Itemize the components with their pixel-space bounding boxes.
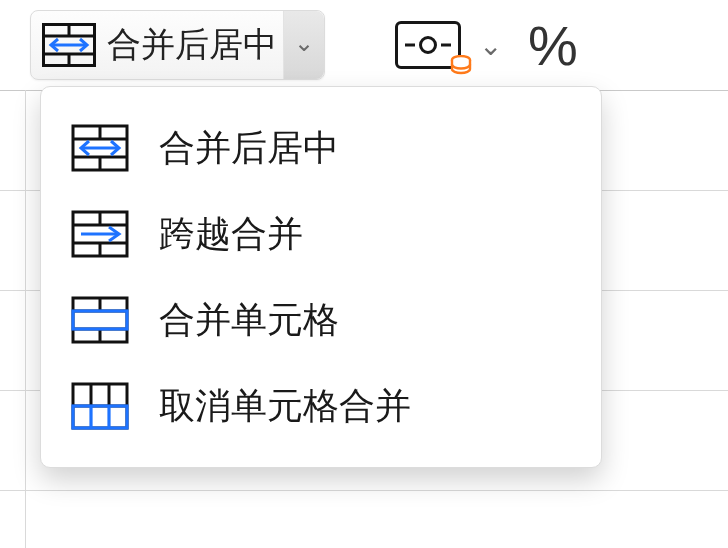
- menu-item-label: 合并后居中: [159, 124, 339, 173]
- menu-item-merge-cells[interactable]: 合并单元格: [41, 277, 601, 363]
- merge-cells-icon: [69, 294, 131, 346]
- currency-dropdown-arrow[interactable]: ⌄: [473, 29, 508, 62]
- menu-item-merge-across[interactable]: 跨越合并: [41, 191, 601, 277]
- menu-item-label: 合并单元格: [159, 296, 339, 345]
- menu-item-label: 跨越合并: [159, 210, 303, 259]
- menu-item-unmerge-cells[interactable]: 取消单元格合并: [41, 363, 601, 449]
- merge-dropdown-arrow[interactable]: ⌄: [283, 11, 324, 79]
- percent-format-button[interactable]: %: [520, 13, 578, 78]
- svg-rect-29: [73, 406, 127, 428]
- merge-center-label: 合并后居中: [97, 22, 283, 68]
- chevron-down-icon: ⌄: [294, 29, 314, 57]
- merge-across-icon: [69, 208, 131, 260]
- currency-format-button[interactable]: [395, 21, 461, 69]
- unmerge-cells-icon: [69, 380, 131, 432]
- menu-item-label: 取消单元格合并: [159, 382, 411, 431]
- ribbon-toolbar: 合并后居中 ⌄ ⌄ %: [0, 0, 728, 90]
- database-badge-icon: [449, 55, 473, 79]
- menu-item-merge-center[interactable]: 合并后居中: [41, 105, 601, 191]
- merge-dropdown-menu: 合并后居中 跨越合并 合并: [40, 86, 602, 468]
- svg-rect-24: [73, 311, 127, 329]
- merge-center-icon: [69, 122, 131, 174]
- merge-center-icon: [41, 22, 97, 68]
- merge-center-button[interactable]: 合并后居中 ⌄: [30, 10, 325, 80]
